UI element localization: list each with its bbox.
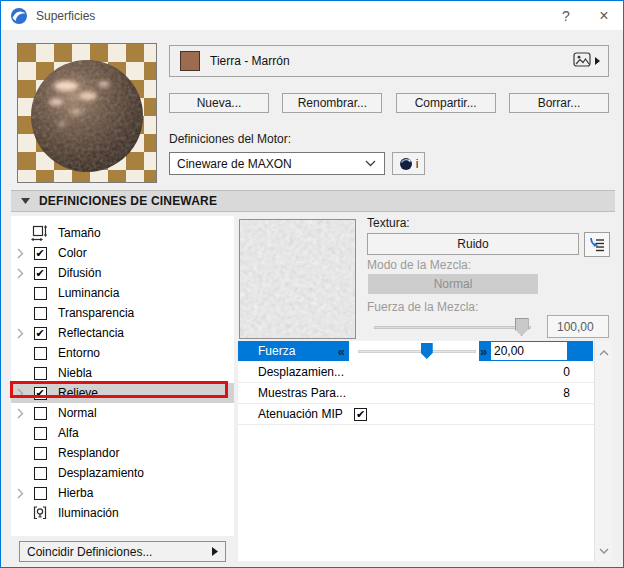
expander-icon[interactable] — [11, 248, 29, 259]
mip-checkbox[interactable]: ✔ — [354, 408, 367, 421]
fuerza-slider-track — [358, 350, 476, 353]
checkbox-slot: ✔ — [29, 327, 51, 340]
channel-row-difusion[interactable]: ✔Difusión — [11, 263, 234, 283]
channel-row-color[interactable]: ✔Color — [11, 243, 234, 263]
channel-checkbox-desplazamiento[interactable] — [34, 467, 47, 480]
blend-strength-field[interactable]: 100,00 — [547, 315, 609, 338]
arrow-right-icon — [212, 547, 218, 556]
expander-icon[interactable] — [11, 268, 29, 279]
section-title: DEFINICIONES DE CINEWARE — [39, 194, 217, 208]
fuerza-value-input[interactable]: 20,00 — [491, 342, 567, 360]
channel-label-resplandor: Resplandor — [58, 446, 119, 460]
cineware-info-button[interactable]: i — [392, 152, 425, 175]
action-buttons: Nueva...Renombrar...Compartir...Borrar..… — [169, 93, 609, 113]
chevron-down-icon — [365, 160, 376, 167]
channel-checkbox-normal[interactable] — [34, 407, 47, 420]
blend-mode-label: Modo de la Mezcla: — [367, 258, 471, 272]
cinema4d-icon — [399, 157, 413, 171]
channel-checkbox-relieve[interactable]: ✔ — [34, 387, 47, 400]
checkbox-slot — [29, 427, 51, 440]
channel-row-niebla[interactable]: Niebla — [11, 363, 234, 383]
channel-row-relieve[interactable]: ✔Relieve — [11, 383, 234, 403]
channel-row-iluminacion[interactable]: Iluminación — [11, 503, 234, 523]
channel-row-tamano[interactable]: Tamaño — [11, 223, 234, 243]
engine-select[interactable]: Cineware de MAXON — [169, 152, 385, 175]
borrar-button[interactable]: Borrar... — [509, 93, 609, 113]
channel-row-resplandor[interactable]: Resplandor — [11, 443, 234, 463]
increment-chevrons-icon[interactable]: » — [480, 344, 487, 359]
channel-row-desplazamiento[interactable]: Desplazamiento — [11, 463, 234, 483]
channel-label-tamano: Tamaño — [58, 226, 101, 240]
channel-checkbox-difusion[interactable]: ✔ — [34, 267, 47, 280]
scroll-up-icon[interactable] — [599, 345, 609, 359]
checkbox-slot — [29, 407, 51, 420]
param-row-atenuacion-mip[interactable]: Atenuación MIP ✔ — [238, 404, 594, 425]
channel-label-color: Color — [58, 246, 87, 260]
help-button[interactable]: ? — [547, 1, 585, 30]
compartir-button[interactable]: Compartir... — [396, 93, 496, 113]
checkbox-slot — [29, 487, 51, 500]
channel-checkbox-hierba[interactable] — [34, 487, 47, 500]
channel-row-normal[interactable]: Normal — [11, 403, 234, 423]
material-swatch — [180, 51, 200, 71]
checkbox-slot — [29, 447, 51, 460]
checkbox-slot: ✔ — [29, 247, 51, 260]
collapse-triangle-icon[interactable] — [21, 198, 30, 204]
channel-checkbox-resplandor[interactable] — [34, 447, 47, 460]
match-definitions-button[interactable]: Coincidir Definiciones... — [19, 541, 226, 562]
blend-mode-value: Normal — [368, 274, 538, 294]
channel-row-entorno[interactable]: Entorno — [11, 343, 234, 363]
nueva-button[interactable]: Nueva... — [169, 93, 269, 113]
checkbox-slot — [29, 467, 51, 480]
channel-checkbox-reflectancia[interactable]: ✔ — [34, 327, 47, 340]
channel-checkbox-luminancia[interactable] — [34, 287, 47, 300]
expander-icon[interactable] — [11, 408, 29, 419]
info-letter: i — [416, 157, 419, 171]
texture-popup-button[interactable] — [584, 232, 610, 257]
flyout-arrow-icon[interactable] — [595, 54, 600, 68]
fuerza-slider[interactable] — [356, 341, 478, 361]
param-row-fuerza[interactable]: Fuerza « » 20,00 — [238, 341, 594, 362]
channel-row-transparencia[interactable]: Transparencia — [11, 303, 234, 323]
close-button[interactable]: × — [585, 1, 623, 30]
channel-checkbox-niebla[interactable] — [34, 367, 47, 380]
channel-checkbox-transparencia[interactable] — [34, 307, 47, 320]
param-scrollbar[interactable] — [594, 341, 612, 561]
engine-label: Definiciones del Motor: — [169, 132, 291, 146]
blend-strength-slider[interactable] — [374, 318, 531, 336]
renombrar-button[interactable]: Renombrar... — [282, 93, 382, 113]
channel-checkbox-alfa[interactable] — [34, 427, 47, 440]
channel-row-reflectancia[interactable]: ✔Reflectancia — [11, 323, 234, 343]
param-value[interactable]: 0 — [563, 365, 570, 379]
channel-label-niebla: Niebla — [58, 366, 92, 380]
param-row-muestras[interactable]: Muestras Para... 8 — [238, 383, 594, 404]
title-bar[interactable]: Superficies ? × — [1, 1, 623, 30]
checkbox-slot: ✔ — [29, 387, 51, 400]
param-label: Atenuación MIP — [258, 407, 343, 421]
checkbox-slot: ✔ — [29, 267, 51, 280]
image-picker-icon[interactable] — [573, 52, 591, 70]
bulb-icon — [33, 506, 47, 520]
channel-row-hierba[interactable]: Hierba — [11, 483, 234, 503]
channel-checkbox-entorno[interactable] — [34, 347, 47, 360]
param-value[interactable]: 8 — [563, 386, 570, 400]
material-name: Tierra - Marrón — [210, 54, 290, 68]
channel-row-alfa[interactable]: Alfa — [11, 423, 234, 443]
texture-button[interactable]: Ruido — [367, 233, 579, 255]
material-selector[interactable]: Tierra - Marrón — [169, 45, 609, 77]
channel-label-entorno: Entorno — [58, 346, 100, 360]
texture-thumbnail[interactable] — [239, 219, 356, 339]
param-row-desplazamiento[interactable]: Desplazamien... 0 — [238, 362, 594, 383]
scroll-down-icon[interactable] — [599, 543, 609, 557]
expander-icon[interactable] — [11, 488, 29, 499]
channel-row-luminancia[interactable]: Luminancia — [11, 283, 234, 303]
expander-icon[interactable] — [11, 328, 29, 339]
size-icon — [29, 225, 51, 242]
decrement-chevrons-icon[interactable]: « — [338, 344, 345, 359]
mix-strength-slider-handle[interactable] — [515, 318, 529, 336]
channel-checkbox-color[interactable]: ✔ — [34, 247, 47, 260]
expander-icon[interactable] — [11, 388, 29, 399]
cineware-section-header[interactable]: DEFINICIONES DE CINEWARE — [11, 190, 615, 212]
fuerza-slider-handle[interactable] — [421, 343, 433, 359]
checkbox-slot — [29, 347, 51, 360]
